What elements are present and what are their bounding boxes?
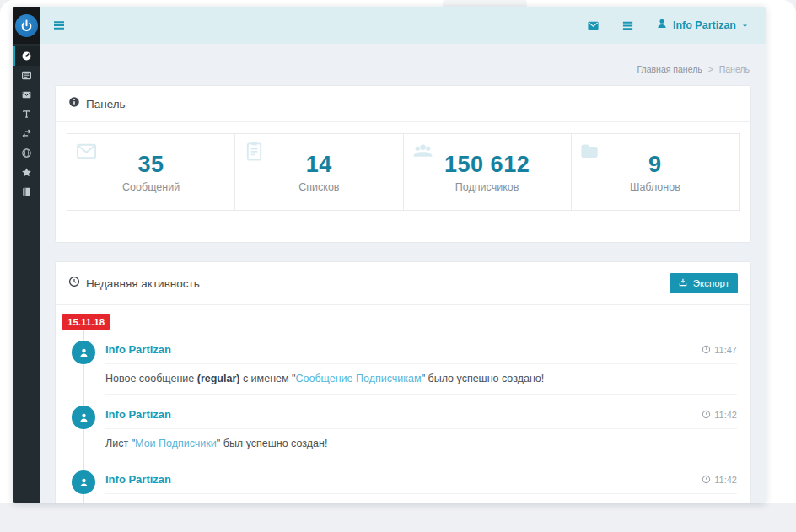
- caret-down-icon: [741, 18, 749, 33]
- app-window: Info Partizan Главная панель > Панель: [13, 7, 766, 503]
- activity-message: Лист "Мои Подписчики" был успешно создан…: [105, 429, 737, 459]
- activity-title: Недавняя активность: [86, 277, 200, 290]
- activity-item: Info Partizan 11:42 Лист "Мои Подписчики…: [56, 402, 737, 459]
- user-avatar-icon: [72, 406, 95, 429]
- activity-time-label: 11:42: [714, 410, 737, 420]
- activity-user-name[interactable]: Info Partizan: [105, 408, 171, 421]
- panel-card-header: Панель: [56, 86, 750, 122]
- stat-value: 150 612: [444, 152, 530, 178]
- stat-label: Шаблонов: [630, 181, 680, 193]
- user-avatar-icon: [72, 470, 95, 494]
- book-icon: [21, 186, 32, 197]
- newspaper-icon: [21, 70, 32, 81]
- activity-item-head: Info Partizan 11:42: [105, 467, 737, 494]
- stat-label: Списков: [298, 181, 339, 193]
- export-icon: [678, 277, 688, 289]
- folder-icon: [580, 141, 601, 165]
- stats-row: 35 Сообщений 14 Списков 15: [67, 133, 740, 211]
- power-icon: [15, 14, 38, 37]
- stat-subscribers[interactable]: 150 612 Подписчиков: [403, 133, 572, 211]
- stat-value: 35: [138, 152, 164, 178]
- info-icon: [68, 96, 80, 111]
- envelope-icon: [21, 89, 32, 100]
- hamburger-icon[interactable]: [52, 19, 66, 32]
- stat-value: 9: [648, 152, 662, 178]
- sidebar-item-newspaper[interactable]: [13, 66, 40, 85]
- activity-time-label: 11:42: [714, 475, 737, 485]
- activity-timeline: 15.11.18 Info Partizan 11:47 Нов: [56, 305, 750, 503]
- user-menu[interactable]: Info Partizan: [656, 18, 749, 33]
- activity-time: 11:47: [702, 345, 737, 355]
- list-icon[interactable]: [621, 19, 634, 32]
- message-link[interactable]: Мои Подписчики: [135, 438, 217, 449]
- activity-message: Новое сообщение (regular) с именем "Сооб…: [105, 364, 737, 395]
- export-button-label: Экспорт: [693, 278, 729, 288]
- date-badge: 15.11.18: [62, 314, 110, 330]
- main-column: Info Partizan Главная панель > Панель: [40, 7, 766, 503]
- panel-card: Панель 35 Сообщений 14: [55, 85, 751, 243]
- topbar: Info Partizan: [40, 7, 766, 44]
- gauge-icon: [21, 51, 32, 62]
- globe-icon: [21, 148, 32, 159]
- activity-time: 11:42: [702, 475, 737, 485]
- breadcrumb-root[interactable]: Главная панель: [637, 64, 702, 74]
- activity-card-header: Недавняя активность Экспорт: [56, 262, 750, 305]
- stat-label: Подписчиков: [455, 181, 519, 193]
- breadcrumb-current: Панель: [719, 64, 750, 74]
- activity-item-head: Info Partizan 11:47: [105, 337, 737, 364]
- user-icon: [656, 18, 668, 33]
- app-logo[interactable]: [13, 7, 40, 44]
- stat-templates[interactable]: 9 Шаблонов: [571, 133, 740, 211]
- stat-label: Сообщений: [122, 181, 180, 193]
- activity-message: Лист "Profit" Был успешно удален!: [105, 494, 737, 503]
- arrows-icon: [21, 128, 32, 139]
- sidebar-item-book[interactable]: [13, 182, 40, 202]
- content-area: Главная панель > Панель Панель: [40, 44, 766, 503]
- activity-item: Info Partizan 11:47 Новое сообщение (reg…: [56, 337, 737, 395]
- sidebar-nav: [13, 44, 40, 202]
- stat-value: 14: [306, 152, 332, 178]
- activity-time: 11:42: [702, 410, 737, 420]
- sidebar-item-transfer[interactable]: [13, 124, 40, 143]
- breadcrumb-separator: >: [708, 64, 713, 74]
- sidebar-item-dashboard[interactable]: [13, 46, 40, 66]
- text-icon: [21, 109, 32, 120]
- star-icon: [21, 167, 32, 178]
- sidebar-item-globe[interactable]: [13, 143, 40, 163]
- message-link[interactable]: Сообщение Подписчикам: [296, 373, 422, 384]
- sidebar-item-messages[interactable]: [13, 85, 40, 105]
- user-avatar-icon: [72, 341, 95, 364]
- sidebar: [13, 7, 40, 503]
- page-bottom-band: [0, 503, 796, 532]
- activity-user-name[interactable]: Info Partizan: [105, 473, 171, 486]
- clipboard-icon: [244, 141, 265, 165]
- envelope-icon: [76, 141, 97, 165]
- panel-title: Панель: [86, 98, 126, 110]
- activity-time-label: 11:47: [714, 345, 737, 355]
- users-icon: [412, 141, 433, 165]
- sidebar-item-text[interactable]: [13, 105, 40, 124]
- sidebar-item-favorites[interactable]: [13, 163, 40, 182]
- export-button[interactable]: Экспорт: [670, 273, 738, 293]
- activity-user-name[interactable]: Info Partizan: [105, 343, 171, 356]
- stat-messages[interactable]: 35 Сообщений: [67, 133, 235, 211]
- activity-item: Info Partizan 11:42 Лист "Profit" Был ус…: [56, 467, 737, 503]
- envelope-icon[interactable]: [587, 19, 600, 32]
- breadcrumb: Главная панель > Панель: [55, 44, 751, 74]
- clock-icon: [68, 276, 80, 291]
- user-name: Info Partizan: [673, 19, 736, 31]
- activity-item-head: Info Partizan 11:42: [105, 402, 737, 429]
- activity-card: Недавняя активность Экспорт 15.11.18: [55, 261, 751, 503]
- stat-lists[interactable]: 14 Списков: [234, 133, 403, 211]
- topbar-right: Info Partizan: [587, 18, 749, 33]
